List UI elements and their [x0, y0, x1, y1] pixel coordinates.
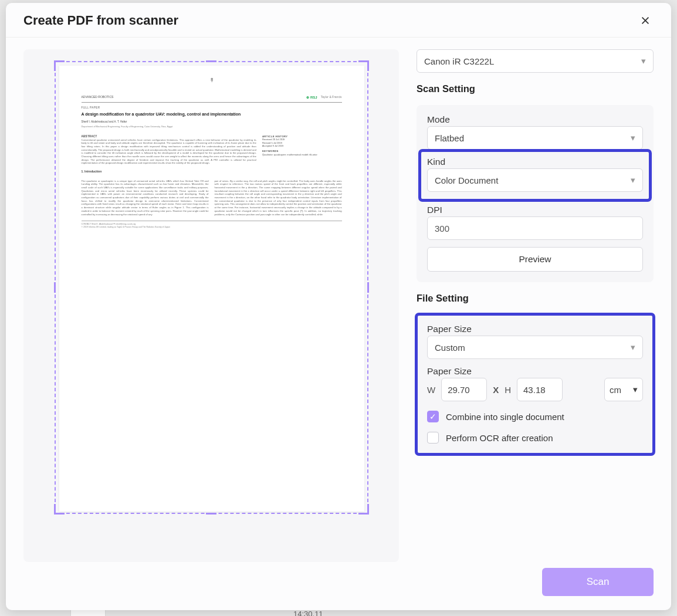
intro-col2: pair of rotors. By a similar way, the ro… [215, 180, 342, 216]
combine-checkbox[interactable] [427, 411, 439, 422]
abstract-text: Conventional quadrotor unmanned aerial v… [82, 138, 256, 165]
paper-type-label: FULL PAPER [82, 106, 342, 110]
crop-handle-bottom[interactable] [206, 513, 216, 515]
mode-select[interactable]: Flatbed ▾ [427, 126, 643, 150]
paper-size-value: Custom [435, 343, 465, 353]
close-icon [640, 15, 651, 26]
chevron-down-icon: ▾ [631, 133, 635, 143]
paper-affiliation: Department of Mechanical Engineering, Fa… [82, 126, 342, 128]
unit-value: cm [610, 385, 621, 395]
dpi-input[interactable]: 300 [427, 216, 643, 240]
intro-col1: The quadrotor or quadcopter is a unique … [82, 180, 209, 216]
crop-handle-left[interactable] [54, 282, 56, 293]
scan-preview-page: ↟ ADVANCED ROBOTICS ⊕ RSJ Taylor & Franc… [59, 66, 364, 512]
preview-button-label: Preview [519, 254, 551, 265]
scanner-select[interactable]: Canon iR C3222L ▾ [417, 49, 654, 73]
paper-authors: Sherif I. Abdelmaksoud and A. T. Hafez [82, 120, 342, 124]
combine-label: Combine into single document [446, 412, 564, 422]
x-separator: X [493, 385, 499, 395]
paper-dim-label: Paper Size [427, 366, 643, 377]
scan-setting-title: Scan Setting [417, 83, 654, 94]
chevron-down-icon: ▾ [633, 384, 638, 395]
width-value: 29.70 [448, 385, 470, 395]
unit-select[interactable]: cm ▾ [604, 378, 643, 401]
crop-handle-right[interactable] [367, 282, 369, 293]
dialog-title: Create PDF from scanner [23, 13, 178, 28]
dpi-label: DPI [427, 205, 643, 215]
scanner-select-value: Canon iR C3222L [424, 56, 494, 66]
mode-select-value: Flatbed [435, 133, 464, 143]
background-timestamp: 14:30.11 [293, 610, 323, 616]
paper-title: A design modification for a quadrotor UA… [82, 112, 342, 117]
preview-pane: ↟ ADVANCED ROBOTICS ⊕ RSJ Taylor & Franc… [23, 49, 399, 562]
preview-button[interactable]: Preview [427, 247, 643, 272]
paper-size-select[interactable]: Custom ▾ [427, 336, 643, 359]
page-arrow-icon: ↟ [82, 76, 342, 84]
scanner-dialog: Create PDF from scanner ↟ ADVANCED ROBOT… [6, 3, 671, 610]
keywords-text: Quadrotor; quadcopter; mathematical mode… [262, 153, 342, 156]
width-label: W [427, 385, 435, 395]
section-heading: 1. Introduction [82, 170, 342, 174]
kind-select-value: Color Document [435, 175, 498, 185]
ocr-label: Perform OCR after creation [446, 433, 553, 443]
crop-frame[interactable]: ↟ ADVANCED ROBOTICS ⊕ RSJ Taylor & Franc… [55, 61, 368, 514]
settings-pane: Canon iR C3222L ▾ Scan Setting Mode Flat… [417, 49, 654, 562]
height-label: H [505, 385, 511, 395]
height-value: 43.18 [523, 385, 546, 395]
page-footer: CONTACT Sherif I. Abdelmaksoud ✉ sherif@… [82, 221, 342, 228]
kind-select[interactable]: Color Document ▾ [427, 168, 643, 192]
paper-size-label: Paper Size [427, 324, 643, 334]
dialog-header: Create PDF from scanner [6, 3, 671, 38]
journal-name: ADVANCED ROBOTICS [82, 95, 114, 99]
chevron-down-icon: ▾ [631, 342, 635, 353]
close-button[interactable] [637, 12, 654, 29]
kind-highlight: Kind Color Document ▾ [420, 151, 650, 200]
scan-button-label: Scan [587, 576, 610, 588]
mode-label: Mode [427, 114, 643, 125]
chevron-down-icon: ▾ [631, 175, 635, 185]
dialog-footer: Scan [6, 562, 671, 610]
dpi-value: 300 [435, 224, 449, 233]
rsj-logo: ⊕ RSJ [306, 95, 317, 100]
kind-label: Kind [427, 157, 643, 167]
file-setting-panel: Paper Size Custom ▾ Paper Size W 29.70 X… [417, 314, 654, 454]
ocr-checkbox[interactable] [427, 432, 439, 444]
height-input[interactable]: 43.18 [517, 378, 563, 401]
scan-setting-panel: Mode Flatbed ▾ Kind Color Document ▾ DPI [417, 105, 654, 282]
chevron-down-icon: ▾ [641, 56, 646, 66]
article-history-text: Received 20 Jul 2019Revised 5 Jul 2019Ac… [262, 138, 342, 147]
crop-handle-top[interactable] [206, 60, 216, 62]
width-input[interactable]: 29.70 [441, 378, 487, 401]
publisher-logo: Taylor & Francis [321, 95, 342, 99]
file-setting-title: File Setting [417, 293, 654, 304]
scan-button[interactable]: Scan [542, 568, 654, 596]
